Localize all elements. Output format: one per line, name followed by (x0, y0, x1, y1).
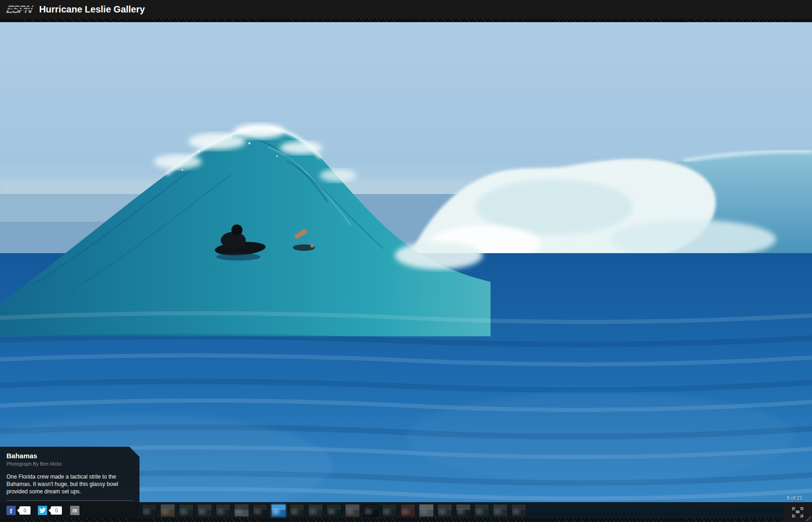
thumbnail-13[interactable] (364, 504, 378, 517)
gallery-window: ESPN Hurricane Leslie Gallery (0, 0, 812, 522)
fullscreen-expand-icon (791, 506, 805, 518)
thumbnail-20[interactable] (493, 504, 508, 517)
top-hatch-divider (0, 18, 812, 22)
caption-title: Bahamas (6, 452, 133, 460)
twitter-share-count[interactable]: 0 (51, 506, 62, 515)
thumbnail-8[interactable] (271, 504, 286, 517)
caption-divider (6, 500, 133, 501)
thumbnail-9[interactable] (290, 504, 304, 517)
email-share-icon[interactable]: ✉ (70, 506, 79, 515)
bottom-hatch-divider (0, 518, 812, 522)
photo-credit: Photograph By Ben Hicks (6, 461, 133, 467)
thumbnail-16[interactable] (419, 504, 434, 517)
facebook-share-count[interactable]: 0 (19, 506, 30, 515)
caption-panel: Bahamas Photograph By Ben Hicks One Flor… (0, 447, 139, 522)
thumbnail-3[interactable] (179, 504, 194, 517)
thumbnail-12[interactable] (345, 504, 360, 517)
thumbnail-11[interactable] (327, 504, 341, 517)
thumbnail-5[interactable] (216, 504, 230, 517)
caption-description: One Florida crew made a tactical strile … (6, 473, 121, 495)
thumbnail-7[interactable] (253, 504, 267, 517)
share-toolbar: f 0 0 ✉ (6, 506, 133, 515)
page-title: Hurricane Leslie Gallery (39, 4, 145, 15)
espn-logo: ESPN (6, 3, 36, 16)
twitter-share-icon[interactable] (38, 506, 47, 515)
thumbnail-6[interactable] (234, 504, 249, 517)
thumbnail-17[interactable] (437, 504, 452, 517)
photo-counter: 8 of 21 (787, 495, 802, 501)
thumbnail-18[interactable] (456, 504, 471, 517)
facebook-share-icon[interactable]: f (6, 506, 16, 515)
top-bar: ESPN Hurricane Leslie Gallery (0, 0, 812, 18)
thumbnail-4[interactable] (197, 504, 212, 517)
thumbnail-19[interactable] (474, 504, 489, 517)
twitter-bird-icon (39, 508, 46, 513)
photo-viewer[interactable]: 8 of 21 Bahamas Photograph By Ben Hicks … (0, 22, 812, 522)
thumbnail-10[interactable] (308, 504, 323, 517)
thumbnail-2[interactable] (160, 504, 175, 517)
thumbnail-14[interactable] (382, 504, 397, 517)
thumbnail-1[interactable] (142, 504, 157, 517)
fullscreen-button[interactable] (783, 502, 812, 522)
thumbnail-15[interactable] (400, 504, 415, 517)
thumbnail-21[interactable] (511, 504, 526, 517)
